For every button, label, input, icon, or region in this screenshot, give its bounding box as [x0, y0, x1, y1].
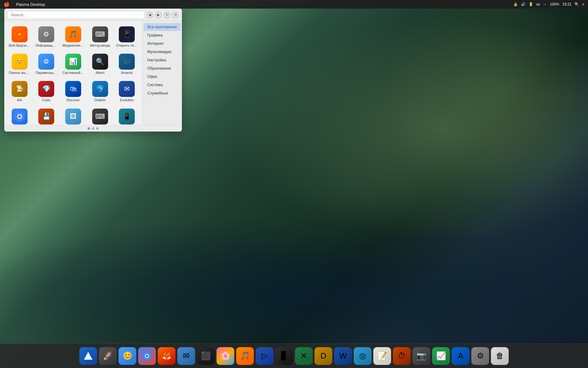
category-item-all[interactable]: Все приложения	[144, 23, 181, 31]
app-label-firefox: Веб-браузер …	[9, 44, 30, 48]
app-icon-prefs: ⚙	[38, 54, 54, 70]
app-item-amarok[interactable]: 🎶 Amarok	[114, 51, 140, 77]
launcher-nav-forward[interactable]: ▶	[155, 12, 162, 18]
app-icon-evolution: ✉	[119, 81, 135, 97]
menubar-network-icon[interactable]: ↔	[543, 2, 547, 6]
menubar-search-icon[interactable]: 🔍	[575, 2, 579, 6]
app-label-albert: Albert	[96, 71, 104, 75]
dock-item-dash[interactable]: D	[315, 347, 332, 365]
dock-item-photos[interactable]: 🌸	[217, 347, 234, 365]
app-icon-keyboard: ⌨	[92, 26, 108, 42]
app-label-settings: Информация …	[36, 44, 57, 48]
launcher-footer	[4, 125, 182, 132]
apple-menu-icon[interactable]: 🍎	[4, 2, 10, 7]
app-label-ark: Ark	[17, 98, 22, 102]
app-icon-chrome	[12, 109, 28, 125]
menubar-left: 🍎 Plasma Desktop	[4, 2, 45, 7]
dock-item-chrome[interactable]	[138, 347, 156, 365]
dock: 🚀😊🦊✉⬛🌸🎵▷▊✕DW◎📝⏱📷📈A⚙🗑	[0, 343, 588, 368]
dock-item-word2[interactable]: W	[334, 347, 352, 365]
app-label-prefs: Параметры с…	[36, 71, 57, 75]
launcher-nav-close[interactable]: ✕	[172, 12, 179, 18]
category-item-system[interactable]: Система	[144, 81, 181, 89]
app-item-cubic[interactable]: 💎 Cubic	[34, 79, 59, 105]
app-icon-ark: 🗜	[12, 81, 28, 97]
app-icon-albert: 🔍	[92, 54, 108, 70]
app-icon-dolphin: 🐬	[92, 81, 108, 97]
app-label-cubic: Cubic	[42, 98, 51, 102]
svg-point-2	[18, 33, 21, 36]
app-item-phone[interactable]: 📱 Открыть под…	[114, 24, 140, 50]
launcher-body: Веб-браузер … ⚙ Информация … 🎵 Медиаплее…	[4, 21, 182, 125]
dock-item-appstore[interactable]: A	[452, 347, 469, 365]
app-label-evolution: Evolution	[120, 98, 134, 102]
category-item-multimedia[interactable]: Мультимедиа	[144, 48, 181, 56]
menubar: 🍎 Plasma Desktop 🔒 🔊 🔋 us ↔ 100% 19:21 🔍…	[0, 0, 588, 9]
app-item-discover[interactable]: 🛍 Discover	[60, 79, 86, 105]
category-item-settings[interactable]: Настройка	[144, 56, 181, 64]
dock-item-plex[interactable]: ▷	[256, 347, 273, 365]
app-item-gparted[interactable]: 💾 GParted	[34, 106, 59, 125]
dock-item-scroll[interactable]: ◎	[354, 347, 371, 365]
app-item-vlc[interactable]: 🎵 Медиаплеер …	[60, 24, 86, 50]
dock-item-plasma[interactable]	[79, 347, 97, 365]
category-item-education[interactable]: Образование	[144, 64, 181, 72]
category-item-office[interactable]: Офис	[144, 73, 181, 81]
app-item-gwenview[interactable]: 🖼 Gwenview	[60, 106, 86, 125]
page-dot-0[interactable]	[88, 127, 90, 130]
app-icon-phone: 📱	[119, 26, 135, 42]
svg-point-5	[18, 115, 21, 118]
dock-item-rocket[interactable]: 🚀	[99, 347, 117, 365]
menubar-language[interactable]: us	[536, 2, 540, 6]
dock-item-terminal[interactable]: ⬛	[197, 347, 215, 365]
app-item-evolution[interactable]: ✉ Evolution	[114, 79, 140, 105]
categories-sidebar: Все приложенияГрафикаИнтернетМультимедиа…	[142, 21, 182, 125]
dock-item-firefox[interactable]: 🦊	[158, 347, 175, 365]
category-item-utilities[interactable]: Служебные	[144, 89, 181, 97]
app-item-emoji[interactable]: 😊 Панель выбо…	[7, 51, 32, 77]
app-icon-discover: 🛍	[65, 81, 81, 97]
dock-item-trash[interactable]: 🗑	[491, 347, 509, 365]
menubar-brightness: 100%	[550, 2, 559, 6]
app-item-ark[interactable]: 🗜 Ark	[7, 79, 32, 105]
category-item-graphics[interactable]: Графика	[144, 31, 181, 39]
app-item-albert[interactable]: 🔍 Albert	[87, 51, 113, 77]
launcher-nav-back[interactable]: ◀	[146, 12, 153, 18]
app-item-sysmon[interactable]: 📊 Системный м…	[60, 51, 86, 77]
app-icon-vlc: 🎵	[65, 26, 81, 42]
dock-item-notes[interactable]: 📝	[373, 347, 391, 365]
dock-item-vlc[interactable]: 🎵	[236, 347, 254, 365]
app-item-firefox[interactable]: Веб-браузер …	[7, 24, 32, 50]
page-dot-2[interactable]	[96, 127, 99, 130]
app-label-dolphin: Dolphin	[94, 98, 106, 102]
launcher-search-input[interactable]	[7, 11, 145, 19]
app-icon-ibus: ⌨	[92, 109, 108, 125]
dock-item-screenshot[interactable]: 📷	[413, 347, 430, 365]
menubar-lock-icon[interactable]: 🔒	[513, 2, 518, 6]
menubar-battery-icon[interactable]: 🔋	[529, 2, 533, 6]
app-item-ibus[interactable]: ⌨ IBus Prefere…	[87, 106, 113, 125]
app-label-discover: Discover	[67, 98, 80, 102]
dock-item-syspref[interactable]: ⚙	[471, 347, 489, 365]
menubar-right: 🔒 🔊 🔋 us ↔ 100% 19:21 🔍 ≡	[513, 2, 584, 6]
app-item-prefs[interactable]: ⚙ Параметры с…	[34, 51, 59, 77]
menubar-volume-icon[interactable]: 🔊	[521, 2, 526, 6]
page-dot-1[interactable]	[92, 127, 94, 130]
launcher-header: ◀ ▶ ↻ ✕	[4, 9, 182, 21]
app-item-settings[interactable]: ⚙ Информация …	[34, 24, 59, 50]
launcher-nav-refresh[interactable]: ↻	[164, 12, 170, 18]
dock-item-stacks[interactable]: ▊	[275, 347, 293, 365]
dock-item-finder[interactable]: 😊	[119, 347, 136, 365]
dock-item-timing[interactable]: ⏱	[393, 347, 411, 365]
menubar-menu-icon[interactable]: ≡	[582, 2, 584, 6]
app-label-keyboard: Метод ввода	[90, 44, 110, 48]
app-item-chrome[interactable]: Google Chrome	[7, 106, 32, 125]
dock-item-email[interactable]: ✉	[177, 347, 195, 365]
app-item-keyboard[interactable]: ⌨ Метод ввода	[87, 24, 113, 50]
app-label-amarok: Amarok	[121, 71, 133, 75]
dock-item-sysmon[interactable]: 📈	[432, 347, 450, 365]
app-item-kdeconn1[interactable]: 📱 KDE Connect	[114, 106, 140, 125]
app-item-dolphin[interactable]: 🐬 Dolphin	[87, 79, 113, 105]
category-item-internet[interactable]: Интернет	[144, 40, 181, 48]
dock-item-excel[interactable]: ✕	[295, 347, 313, 365]
